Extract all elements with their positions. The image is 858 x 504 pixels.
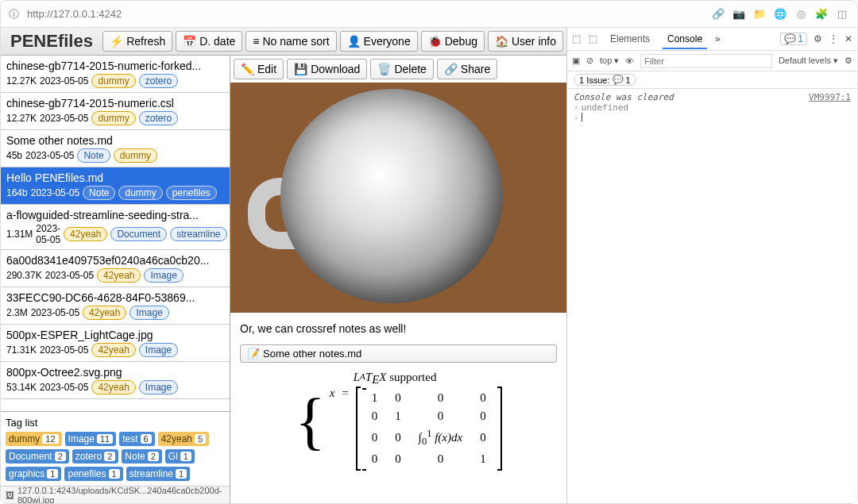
- share-button[interactable]: 🔗Share: [437, 59, 497, 79]
- filter-input[interactable]: [640, 54, 772, 68]
- file-meta: 164b2023-05-05Notedummypenefiles: [6, 186, 224, 200]
- console-cleared: Console was cleared: [574, 92, 674, 102]
- clear-icon[interactable]: ⊘: [586, 56, 593, 66]
- console-undefined: undefined: [582, 102, 629, 113]
- tag-image[interactable]: Image: [129, 306, 168, 320]
- tab-console[interactable]: Console: [663, 30, 707, 49]
- link-icon[interactable]: 🔗: [711, 7, 725, 21]
- sidebar-toggle-icon[interactable]: ▣: [572, 56, 580, 66]
- settings-icon[interactable]: ⚙: [814, 33, 822, 44]
- file-name: 800px-Octree2.svg.png: [6, 366, 224, 379]
- taglist-image[interactable]: Image11: [65, 432, 117, 446]
- device-icon[interactable]: ⬚: [589, 33, 597, 44]
- kebab-icon[interactable]: ⋮: [829, 33, 838, 44]
- tag-zotero[interactable]: zotero: [139, 74, 178, 88]
- tag-list-title: Tag list: [6, 417, 225, 429]
- refresh-button[interactable]: ⚡Refresh: [102, 31, 172, 52]
- tag-42yeah[interactable]: 42yeah: [64, 227, 107, 241]
- file-item[interactable]: 6a00d8341e409753ef0240a46ca0cb20...290.3…: [1, 250, 230, 287]
- taglist-gl[interactable]: Gl1: [165, 449, 195, 464]
- file-meta: 71.31K2023-05-0542yeahImage: [6, 343, 224, 357]
- levels-selector[interactable]: Default levels ▾: [779, 56, 838, 66]
- tag-dummy[interactable]: dummy: [114, 148, 157, 163]
- tag-42yeah[interactable]: 42yeah: [91, 343, 135, 357]
- file-meta: 53.14K2023-05-0542yeahImage: [6, 380, 224, 394]
- file-meta: 1.31M2023-05-0542yeahDocumentstreamline: [6, 223, 224, 245]
- userinfo-button[interactable]: 🏠User info: [488, 31, 563, 52]
- tag-streamline[interactable]: streamline: [170, 227, 226, 241]
- inspect-icon[interactable]: ⬚: [572, 33, 581, 44]
- close-icon[interactable]: ✕: [844, 33, 852, 44]
- tag-document[interactable]: Document: [110, 227, 167, 241]
- tag-penefiles[interactable]: penefiles: [166, 186, 217, 200]
- tag-note[interactable]: Note: [77, 148, 110, 163]
- file-item[interactable]: chinese-gb7714-2015-numeric.csl12.27K202…: [1, 93, 230, 130]
- file-item[interactable]: 800px-Octree2.svg.png53.14K2023-05-0542y…: [1, 362, 230, 399]
- tag-image[interactable]: Image: [144, 268, 183, 283]
- tag-note[interactable]: Note: [83, 186, 115, 200]
- tag-section: Tag list dummy12Image11test642yeah5Docum…: [1, 411, 230, 486]
- tag-dummy[interactable]: dummy: [91, 74, 135, 88]
- crossref-text: Or, we can crossref notes as well!: [230, 313, 566, 344]
- puzzle-icon[interactable]: 🧩: [814, 7, 829, 21]
- folder-icon[interactable]: 📁: [752, 7, 767, 21]
- file-name: 500px-ESPER_LightCage.jpg: [6, 329, 224, 341]
- namesort-button[interactable]: ≡No name sort: [245, 31, 336, 52]
- taglist-42yeah[interactable]: 42yeah5: [158, 432, 210, 446]
- tab-elements[interactable]: Elements: [605, 30, 655, 48]
- file-item[interactable]: Hello PENEfiles.md164b2023-05-05Notedumm…: [1, 167, 230, 205]
- ddate-button[interactable]: 📅D. date: [176, 31, 242, 52]
- file-item[interactable]: a-flowguided-streamline-seeding-stra...1…: [1, 205, 230, 250]
- file-name: Hello PENEfiles.md: [6, 171, 224, 184]
- target-icon[interactable]: ◎: [794, 7, 808, 21]
- tag-image[interactable]: Image: [139, 380, 178, 394]
- file-item[interactable]: 33FECC90-DC66-4628-84F0-53869...2.3M2023…: [1, 287, 230, 325]
- eye-icon[interactable]: 👁: [625, 56, 634, 66]
- file-item[interactable]: chinese-gb7714-2015-numeric-forked...12.…: [1, 56, 230, 93]
- taglist-penefiles[interactable]: penefiles1: [64, 467, 122, 481]
- url-text: http://127.0.0.1:4242: [27, 8, 122, 20]
- more-tabs[interactable]: »: [715, 33, 721, 44]
- taglist-dummy[interactable]: dummy12: [6, 432, 62, 446]
- file-meta: 2.3M2023-05-0542yeahImage: [6, 306, 224, 320]
- taglist-test[interactable]: test6: [119, 432, 154, 446]
- tag-image[interactable]: Image: [139, 343, 178, 357]
- issue-pill[interactable]: 1 Issue: 💬1: [574, 74, 636, 86]
- file-item[interactable]: 500px-ESPER_LightCage.jpg71.31K2023-05-0…: [1, 325, 230, 362]
- delete-button[interactable]: 🗑️Delete: [370, 59, 433, 79]
- console-settings-icon[interactable]: ⚙: [844, 56, 852, 66]
- error-badge[interactable]: 💬1: [780, 33, 807, 45]
- file-name: 33FECC90-DC66-4628-84F0-53869...: [6, 291, 224, 304]
- tag-dummy[interactable]: dummy: [118, 186, 162, 200]
- tag-42yeah[interactable]: 42yeah: [97, 268, 141, 283]
- tag-zotero[interactable]: zotero: [139, 111, 178, 125]
- content-pane: ✏️Edit 💾Download 🗑️Delete 🔗Share Or, we …: [230, 56, 566, 503]
- download-button[interactable]: 💾Download: [287, 59, 367, 79]
- file-meta: 290.37K2023-05-0542yeahImage: [6, 268, 224, 283]
- status-bar: 🖼127.0.0.1:4243/uploads/KCdSK...240a46ca…: [1, 486, 230, 503]
- camera-icon[interactable]: 📷: [732, 7, 746, 21]
- taglist-streamline[interactable]: streamline1: [126, 467, 190, 481]
- everyone-button[interactable]: 👤Everyone: [340, 31, 418, 52]
- tag-42yeah[interactable]: 42yeah: [83, 306, 126, 320]
- debug-button[interactable]: 🐞Debug: [421, 31, 485, 52]
- file-meta: 12.27K2023-05-05dummyzotero: [6, 111, 224, 125]
- console-source[interactable]: VM9997:1: [809, 92, 851, 102]
- taglist-document[interactable]: Document2: [6, 449, 69, 464]
- tag-dummy[interactable]: dummy: [91, 111, 135, 125]
- sidebar-icon[interactable]: ◫: [835, 7, 849, 21]
- file-item[interactable]: Some other notes.md45b2023-05-05Notedumm…: [1, 130, 230, 167]
- context-selector[interactable]: top ▾: [600, 56, 619, 66]
- browser-address-bar: ⓘ http://127.0.0.1:4242 🔗 📷 📁 🌐 ◎ 🧩 ◫: [1, 1, 857, 28]
- taglist-graphics[interactable]: graphics1: [6, 467, 61, 481]
- console-cursor[interactable]: [582, 113, 582, 121]
- taglist-note[interactable]: Note2: [122, 449, 161, 464]
- globe-icon[interactable]: 🌐: [773, 7, 787, 21]
- tag-42yeah[interactable]: 42yeah: [91, 380, 135, 394]
- file-name: 6a00d8341e409753ef0240a46ca0cb20...: [6, 254, 224, 267]
- status-text: 127.0.0.1:4243/uploads/KCdSK...240a46ca0…: [17, 486, 225, 505]
- note-crossref-link[interactable]: 📝Some other notes.md: [240, 344, 557, 363]
- app-toolbar: PENEfiles ⚡Refresh 📅D. date ≡No name sor…: [1, 28, 566, 56]
- edit-button[interactable]: ✏️Edit: [234, 59, 284, 79]
- taglist-zotero[interactable]: zotero2: [72, 449, 118, 464]
